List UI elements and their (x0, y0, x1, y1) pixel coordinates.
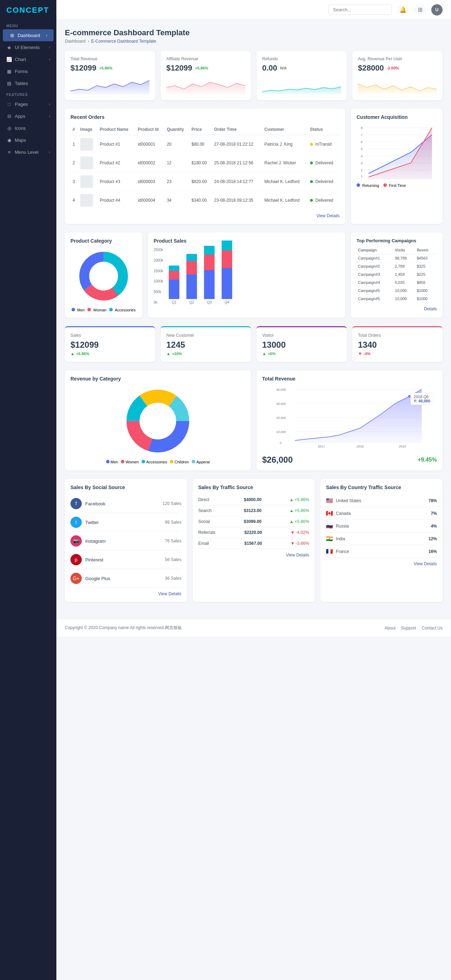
pages-icon: □ (6, 101, 12, 107)
svg-text:5: 5 (361, 147, 362, 151)
traffic-arrow-icon: ▼ (290, 541, 295, 546)
sidebar-item-label: Icons (15, 126, 26, 131)
list-item: G+ Google Plus 36 Sales (70, 569, 181, 588)
main-wrapper: 🔔 ⊞ U E-commerce Dashboard Template Dash… (56, 0, 451, 980)
social-name: Pinterest (85, 557, 103, 562)
stat-card-avg-revenue: Avg. Revenue Per User $28000 -2.00% (353, 51, 443, 100)
sidebar-logo: CONCEPT (0, 0, 56, 21)
total-revenue-change: +9.45% (418, 457, 437, 463)
notification-bell-icon[interactable]: 🔔 (397, 4, 409, 16)
sidebar-item-ui-elements[interactable]: ◈ UI Elements › (0, 41, 56, 53)
table-row: Campaign#5 10,000 $1000 (357, 287, 437, 295)
breadcrumb-home[interactable]: Dashboard (65, 39, 86, 44)
chart-tooltip: 2018 Q6 Y: 40,000 (410, 393, 434, 405)
sidebar-item-apps[interactable]: ⊟ Apps › (0, 110, 56, 122)
svg-text:8: 8 (361, 126, 362, 130)
small-stat-label: Visitor (262, 333, 341, 338)
orders-view-details[interactable]: View Details (70, 213, 340, 218)
sidebar-item-label: Forms (15, 69, 28, 74)
svg-text:0: 0 (361, 180, 362, 181)
sidebar-item-forms[interactable]: ▦ Forms (0, 65, 56, 77)
cell-product-name: Product #1 (98, 135, 136, 154)
social-view-details[interactable]: View Details (70, 591, 181, 596)
mini-chart-refunds (262, 77, 341, 94)
sidebar-item-pages[interactable]: □ Pages › (0, 98, 56, 110)
campaigns-details[interactable]: Details (357, 307, 437, 311)
col-order-time: Order Time (212, 124, 262, 135)
legend-accessories: Accessories (141, 460, 167, 464)
stat-badge-down: -2.00% (386, 66, 399, 70)
sidebar-item-maps[interactable]: ◉ Maps (0, 134, 56, 146)
svg-point-23 (89, 262, 118, 290)
stat-card-title: Affiliate Revenue (166, 56, 245, 61)
sidebar-item-chart[interactable]: 📈 Chart › (0, 53, 56, 65)
traffic-view-details[interactable]: View Details (199, 553, 310, 558)
social-item-left: 📷 Instagram (70, 535, 106, 547)
total-revenue-value: $26,000 (262, 455, 293, 465)
country-percentage: 4% (431, 524, 437, 529)
small-stat-badge: ▲ +5% (262, 351, 341, 356)
tooltip-value: Y: 40,000 (414, 399, 430, 403)
footer-link-support[interactable]: Support (401, 625, 416, 630)
small-stat-label: Total Orders (358, 333, 437, 338)
sidebar-item-tables[interactable]: ▤ Tables (0, 77, 56, 89)
stat-badge-na: N/A (280, 66, 287, 70)
tables-icon: ▤ (6, 80, 12, 86)
country-percentage: 16% (429, 549, 437, 554)
footer-links: About Support Contact Us (384, 625, 443, 630)
list-item: Direct $4000.00 ▲ +5.86% (199, 495, 310, 505)
chart-icon: 📈 (6, 56, 12, 62)
small-stat-total-orders: Total Orders 1340 ▼ -4% (353, 326, 443, 362)
status-dot-icon (310, 143, 313, 146)
stat-card-value: $12099 +5.86% (70, 64, 149, 73)
cell-order-time: 25-08-2018 21:12:56 (212, 154, 262, 172)
list-item: t Twitter 99 Sales (70, 513, 181, 532)
campaigns-table: Campaign Visits Reven Campaign#1 98,789 … (357, 246, 437, 303)
country-traffic-card: Sales By Country Traffic Source 🇺🇸 Unite… (320, 479, 443, 602)
cell-product-name: Product #3 (98, 172, 136, 191)
acquisition-legend: Returning First Time (357, 183, 437, 188)
country-flag-icon: 🇮🇳 (326, 535, 333, 542)
cell-campaign-name: Campaign#2 (357, 262, 394, 270)
grid-icon[interactable]: ⊞ (414, 4, 426, 16)
country-name: France (336, 549, 426, 554)
list-item: Social $3099.00 ▲ +5.86% (199, 516, 310, 527)
badge-up-value: +5% (268, 352, 276, 356)
product-category-card: Product Category Men (65, 232, 142, 318)
sidebar-item-menu-level[interactable]: ≡ Menu Level › (0, 146, 56, 158)
col-visits: Visits (394, 246, 415, 254)
svg-text:2: 2 (361, 169, 362, 172)
cell-status: Delivered (308, 172, 340, 191)
col-revenue: Reven (415, 246, 437, 254)
cell-num: 1 (70, 135, 78, 154)
list-item: Email $1567.00 ▼ -3.86% (199, 538, 310, 549)
breadcrumb: Dashboard › E-Commerce Dashboard Templat… (65, 39, 443, 44)
traffic-badge: ▼ -4.02% (290, 530, 309, 535)
svg-text:0: 0 (280, 441, 281, 445)
stat-card-value: 0.00 N/A (262, 64, 341, 73)
badge-down-value: -4% (364, 352, 371, 356)
legend-men: Men (106, 460, 118, 464)
legend-returning: Returning (357, 183, 379, 188)
footer-link-contact[interactable]: Contact Us (422, 625, 443, 630)
sidebar: CONCEPT MENU ⊞ Dashboard › ◈ UI Elements… (0, 0, 56, 980)
sidebar-item-dashboard[interactable]: ⊞ Dashboard › (3, 29, 54, 41)
avatar[interactable]: U (431, 4, 443, 16)
cell-image (78, 154, 98, 172)
col-product-name: Product Name (98, 124, 136, 135)
small-stat-label: Sales (70, 333, 149, 338)
search-input[interactable] (329, 5, 392, 15)
country-view-details[interactable]: View Details (326, 562, 437, 566)
total-revenue-chart-card: Total Revenue 40,000 30,000 20,000 (257, 370, 443, 471)
legend-first-time: First Time (383, 183, 406, 188)
footer-link-about[interactable]: About (384, 625, 395, 630)
cell-revenue: $1000 (415, 295, 437, 303)
sidebar-item-icons[interactable]: ◎ Icons (0, 122, 56, 134)
cell-campaign-name: Campaign#3 (357, 270, 394, 278)
cell-price: $80.00 (189, 135, 212, 154)
cell-product-name: Product #2 (98, 154, 136, 172)
traffic-badge: ▲ +5.86% (289, 508, 309, 513)
product-row: Product Category Men (65, 232, 443, 318)
list-item: Search $3123.00 ▲ +5.86% (199, 505, 310, 516)
country-rows-list: 🇺🇸 United States 78% 🇨🇦 Canada 7% 🇷🇺 Rus… (326, 495, 437, 558)
